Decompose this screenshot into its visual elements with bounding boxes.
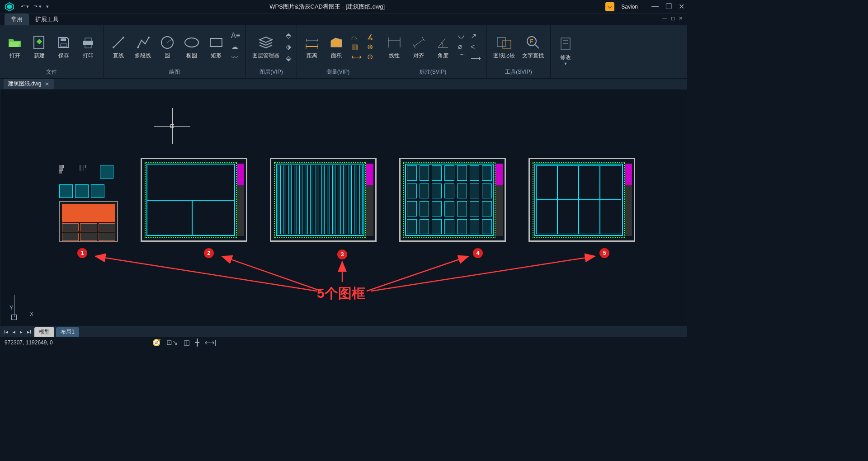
drawing-frame-4	[399, 158, 506, 242]
line-button[interactable]: 直线	[107, 32, 130, 61]
svg-rect-29	[503, 40, 511, 48]
angular-dim-button[interactable]: 角度	[432, 32, 454, 61]
polyline-button[interactable]: 多段线	[132, 32, 154, 61]
user-name: Savion	[621, 4, 638, 10]
arc-dim-icon[interactable]: ⌒	[458, 53, 465, 63]
findtext-button[interactable]: F 文字查找	[519, 32, 547, 61]
redo-icon[interactable]: ↷ ▾	[33, 4, 42, 9]
scale-icon[interactable]: ▥	[351, 42, 362, 51]
ribbon-panel-modify: 修改 ▼	[551, 25, 580, 78]
ucs-indicator: Y X	[9, 305, 33, 317]
ribbon-panel-layer-title: 图层(VIP)	[246, 68, 297, 78]
layout-prev-icon[interactable]: ◂	[11, 329, 17, 335]
text-icon[interactable]: A≡	[231, 32, 240, 40]
annotation-badge-4: 4	[473, 248, 483, 258]
drawing-canvas[interactable]: |||||||||||| | ||| || | |	[0, 89, 687, 327]
save-button[interactable]: 保存	[52, 32, 75, 61]
user-avatar-icon[interactable]	[605, 2, 614, 11]
ribbon-panel-file-title: 文件	[0, 68, 103, 78]
cloud-icon[interactable]: ☁	[231, 42, 240, 51]
close-icon[interactable]: ✕	[679, 2, 684, 11]
rect-button[interactable]: 矩形	[205, 32, 227, 61]
find-text-icon: F	[525, 34, 541, 51]
user-section: Savion	[605, 2, 638, 11]
ribbon-panel-dimension-title: 标注(SVIP)	[379, 68, 486, 78]
minimize-icon[interactable]: —	[651, 2, 659, 11]
open-button[interactable]: 打开	[4, 32, 26, 61]
diameter-dim-icon[interactable]: ⌀	[458, 42, 465, 51]
layer-extra-column: ⬘ ⬗ ⬙	[284, 29, 293, 64]
child-minimize-icon[interactable]: —	[662, 15, 667, 21]
svg-point-12	[123, 37, 124, 38]
rect-icon	[208, 34, 224, 51]
area-button[interactable]: 面积	[325, 32, 348, 61]
continue-dim-icon[interactable]: ⟶	[471, 54, 481, 62]
layer-restore-icon[interactable]: ⬙	[286, 54, 291, 62]
child-window-controls: — ◻ ✕	[662, 15, 683, 21]
compare-button[interactable]: 图纸比较	[491, 32, 518, 61]
ribbon-panel-modify-title	[551, 76, 580, 78]
annotation-label: 5个图框	[317, 284, 365, 303]
linear-dim-button[interactable]: 线性	[383, 32, 406, 61]
layer-manager-button[interactable]: 图层管理器	[250, 32, 282, 61]
svg-rect-28	[497, 38, 505, 47]
menu-tab-extend[interactable]: 扩展工具	[29, 14, 65, 25]
ribbon-panel-dimension: 线性 对齐 角度 ◡ ⌀ ⌒ ↗ < ⟶ 标注(SVIP)	[379, 25, 487, 78]
layout-last-icon[interactable]: ▸I	[26, 329, 33, 335]
line-icon	[111, 34, 126, 51]
measure-id-icon[interactable]: ⊙	[367, 52, 373, 61]
measure-coord-icon[interactable]: ⊕	[367, 42, 373, 51]
polyline-icon	[135, 34, 151, 51]
ordinate-icon[interactable]: <	[471, 43, 481, 51]
ellipse-icon	[184, 34, 200, 51]
area-icon	[329, 34, 344, 51]
layer-prev-icon[interactable]: ⬗	[286, 42, 291, 51]
draw-extra-column: A≡ ☁ 〰	[229, 30, 242, 64]
window-controls: — ❐ ✕	[651, 2, 684, 11]
window-title: WPS图片&浩辰CAD看图王 - [建筑图纸.dwg]	[49, 3, 605, 11]
menu-tab-common[interactable]: 常用	[5, 14, 29, 25]
svg-rect-18	[210, 38, 222, 47]
layout-next-icon[interactable]: ▸	[19, 329, 24, 335]
layout-tab-layout1[interactable]: 布局1	[56, 327, 79, 337]
svg-point-14	[148, 37, 150, 38]
ribbon-panel-layer: 图层管理器 ⬘ ⬗ ⬙ 图层(VIP)	[246, 25, 297, 78]
extent-toggle-icon[interactable]: ⟷|	[205, 339, 217, 347]
folder-open-icon	[8, 34, 22, 51]
ribbon-panel-measure: 距离 面积 ⌓ ▥ ⟷ ∡ ⊕ ⊙ 测量(VIP)	[297, 25, 379, 78]
snap-toggle-icon[interactable]: ⊡↘	[166, 339, 178, 347]
grid-toggle-icon[interactable]: ╋	[195, 339, 199, 347]
spline-icon[interactable]: 〰	[231, 54, 240, 62]
child-restore-icon[interactable]: ◻	[671, 15, 675, 21]
layer-close-icon[interactable]: ⬘	[286, 31, 291, 40]
annotation-badge-5: 5	[599, 248, 609, 258]
undo-icon[interactable]: ↶ ▾	[21, 4, 29, 9]
annotation-badge-1: 1	[77, 248, 87, 258]
radius-dim-icon[interactable]: ◡	[458, 31, 465, 39]
compare-icon	[496, 34, 512, 51]
ortho-toggle-icon[interactable]: ◫	[184, 339, 190, 347]
layout-first-icon[interactable]: I◂	[3, 329, 9, 335]
svg-line-10	[113, 38, 123, 47]
compass-toggle-icon[interactable]: 🧭	[152, 339, 161, 347]
ruler-dim-icon[interactable]: ⟷	[351, 52, 362, 61]
ellipse-button[interactable]: 椭圆	[180, 32, 203, 61]
arc-length-icon[interactable]: ⌓	[351, 33, 362, 41]
tab-close-icon[interactable]: ✕	[45, 81, 49, 87]
new-button[interactable]: 新建	[28, 32, 51, 61]
circle-button[interactable]: 圆	[156, 32, 179, 61]
measure-angle-icon[interactable]: ∡	[367, 33, 373, 41]
layout-tab-model[interactable]: 模型	[34, 327, 54, 337]
linear-dim-icon	[387, 34, 402, 51]
aligned-dim-button[interactable]: 对齐	[407, 32, 430, 61]
print-button[interactable]: 打印	[77, 32, 99, 61]
leader-icon[interactable]: ↗	[471, 32, 481, 40]
annotation-badge-2: 2	[204, 248, 214, 258]
child-close-icon[interactable]: ✕	[679, 15, 683, 21]
coordinates-readout: 972307, 1192649, 0	[5, 339, 53, 346]
document-tab[interactable]: 建筑图纸.dwg ✕	[4, 79, 54, 89]
modify-button[interactable]: 修改 ▼	[554, 34, 577, 68]
distance-button[interactable]: 距离	[301, 32, 323, 61]
maximize-icon[interactable]: ❐	[665, 2, 672, 11]
ribbon-panel-draw-title: 绘图	[104, 68, 245, 78]
